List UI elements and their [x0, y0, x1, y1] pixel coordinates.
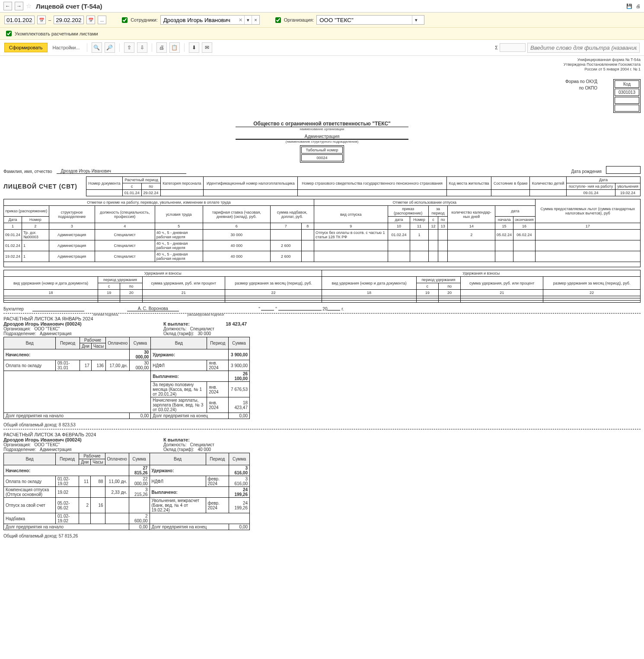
generate-button[interactable]: Сформировать: [4, 43, 48, 52]
slip2-employee: Дроздов Игорь Иванович (00024): [3, 437, 150, 442]
date-to-input[interactable]: [54, 16, 84, 24]
sigma-icon: Σ: [495, 45, 498, 50]
doc-big-title: ЛИЦЕВОЙ СЧЕТ (СВТ): [3, 183, 77, 190]
okpo-value: [615, 97, 639, 104]
save-file-icon[interactable]: ⬇: [189, 42, 199, 53]
employee-dropdown-icon[interactable]: ▾: [244, 16, 252, 24]
okud-value: 0301013: [615, 89, 639, 96]
slip2-taxable: Общий облагаемый доход: 57 815,26: [3, 534, 641, 538]
withholdings-table: Удержания и взносы Удержания и взносы ви…: [3, 270, 641, 303]
print-icon[interactable]: 🖨: [636, 3, 641, 9]
code-header: Код: [615, 80, 639, 88]
expand-icon[interactable]: ⇩: [137, 42, 147, 53]
date-to-cal-icon[interactable]: 📅: [86, 16, 95, 24]
dept-name: Администрация: [236, 134, 408, 139]
collapse-icon[interactable]: ⇧: [124, 42, 134, 53]
form-code-line1: Унифицированная форма № T-54а: [564, 58, 641, 62]
slip2-table: Вид Период Рабочие Оплачено Сумма Вид Пе…: [3, 453, 250, 530]
fio-value: Дроздов Игорь Иванович: [57, 169, 186, 174]
copy-icon[interactable]: 📋: [169, 42, 180, 53]
slip2-title: РАСЧЕТНЫЙ ЛИСТОК ЗА ФЕВРАЛЬ 2024: [3, 432, 641, 437]
complete-checkbox[interactable]: [6, 31, 12, 36]
employee-clear-icon[interactable]: ✕: [239, 17, 244, 23]
org-filter[interactable]: Организация:: [274, 16, 314, 24]
dob-label: Дата рождения: [571, 169, 602, 174]
date-from-cal-icon[interactable]: 📅: [37, 16, 46, 24]
page-title: Лицевой счет (T-54а): [36, 3, 102, 10]
employee-combo[interactable]: ✕ ▾ ×: [160, 15, 260, 25]
employees-checkbox[interactable]: [122, 17, 128, 23]
org-input[interactable]: [317, 16, 412, 24]
employee-clear2-icon[interactable]: ×: [252, 16, 259, 24]
print-button-icon[interactable]: 🖨: [156, 42, 167, 53]
top-bar: ← → ☆ Лицевой счет (T-54а) 💾 🖨: [0, 0, 644, 13]
zoom-in-icon[interactable]: 🔍: [92, 42, 102, 53]
slip1-taxable: Общий облагаемый доход: 8 823,53: [3, 422, 641, 427]
back-button[interactable]: ←: [3, 2, 12, 10]
slip1-title: РАСЧЕТНЫЙ ЛИСТОК ЗА ЯНВАРЬ 2024: [3, 316, 641, 321]
form-code-line3: России от 5 января 2004 г. № 1: [564, 67, 641, 72]
tab-number: Табельный номер 00024: [300, 145, 344, 163]
code-box: Код 0301013: [613, 79, 641, 113]
forward-button[interactable]: →: [15, 2, 23, 10]
date-from-input[interactable]: [4, 16, 35, 24]
dept-sub: (наименование структурного подразделения…: [236, 139, 408, 144]
form-code-line2: Утверждена Постановлением Госкомстата: [564, 62, 641, 67]
filter-bar-2: Укомплектовать расчетными листами: [0, 28, 644, 40]
slip1-table: Вид Период Рабочие Оплачено Сумма Вид Пе…: [3, 337, 250, 419]
org-dropdown-icon[interactable]: ▾: [412, 16, 420, 24]
action-toolbar: Сформировать Настройки... 🔍 🔎 ⇧ ⇩ 🖨 📋 ⬇ …: [0, 40, 644, 56]
settings-link[interactable]: Настройки...: [50, 43, 83, 52]
favorite-star-icon[interactable]: ☆: [26, 2, 32, 10]
dob-box: [606, 166, 641, 174]
save-icon[interactable]: 💾: [626, 3, 632, 9]
signature-row: Бухгалтер личная подпись А. С. Воронова …: [3, 306, 641, 311]
org-checkbox[interactable]: [275, 17, 281, 23]
search-input[interactable]: [527, 43, 640, 53]
org-combo[interactable]: ▾: [316, 15, 424, 25]
okpo-label: по ОКПО: [579, 86, 597, 90]
okud-label: Форма по ОКУД: [565, 79, 597, 84]
slip1-employee: Дроздов Игорь Иванович (00024): [3, 321, 150, 326]
fio-label: Фамилия, имя, отчество: [3, 169, 52, 174]
complete-checkbox-row[interactable]: Укомплектовать расчетными листами: [4, 29, 640, 38]
main-header-table: Номер документа Расчетный период Категор…: [86, 176, 641, 196]
zoom-out-icon[interactable]: 🔎: [105, 42, 115, 53]
org-sub: наименование организации: [236, 127, 408, 131]
email-icon[interactable]: ✉: [202, 42, 212, 53]
filter-bar: 📅 – 📅 ... Сотрудники: ✕ ▾ × Организация:…: [0, 13, 644, 28]
org-name: Общество с ограниченной ответственностью…: [3, 121, 641, 127]
hiring-vacation-table: Отметки о приеме на работу, переводе, ув…: [3, 199, 641, 267]
date-range-more-button[interactable]: ...: [98, 16, 106, 24]
employees-filter[interactable]: Сотрудники:: [120, 16, 158, 24]
document-body: Унифицированная форма № T-54а Утверждена…: [0, 56, 644, 547]
employee-input[interactable]: [161, 16, 239, 24]
